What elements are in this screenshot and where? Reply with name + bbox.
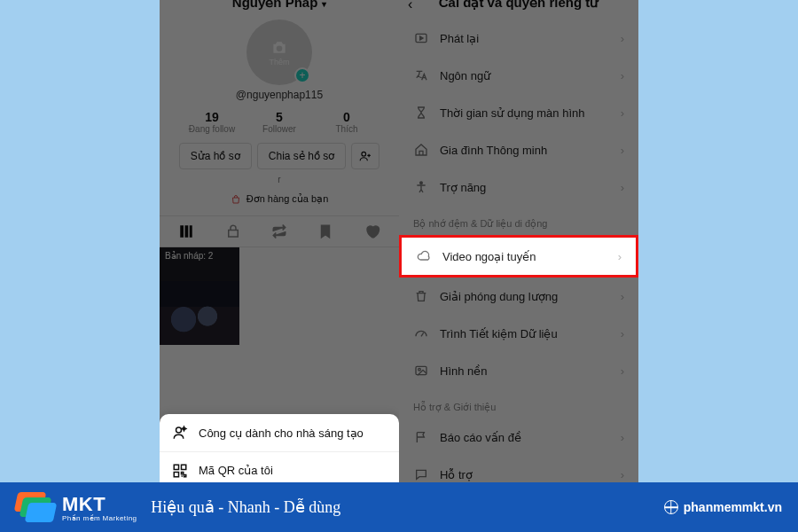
sheet-creator-tools[interactable]: Công cụ dành cho nhà sáng tạo xyxy=(160,414,399,451)
profile-actions: Sửa hồ sơ Chia sẻ hồ sơ xyxy=(160,143,399,169)
bio-text: r xyxy=(160,175,399,184)
stats-row: 19 Đang follow 5 Follower 0 Thích xyxy=(160,110,399,134)
brand-tagline: Hiệu quả - Nhanh - Dễ dùng xyxy=(151,497,340,517)
bookmark-icon xyxy=(317,223,333,239)
grid-icon xyxy=(178,223,194,239)
setting-label: Trợ năng xyxy=(440,181,486,194)
section-cache-title: Bộ nhớ đệm & Dữ liệu di động xyxy=(399,206,638,235)
chevron-right-icon: › xyxy=(621,69,624,82)
home-icon xyxy=(414,143,428,157)
brand-mark-icon xyxy=(16,492,55,522)
stat-likes[interactable]: 0 Thích xyxy=(313,110,380,134)
setting-label: Giải phóng dung lượng xyxy=(440,290,558,303)
hourglass-icon xyxy=(414,106,428,120)
phone-settings: ‹ Cài đặt và quyền riêng tư Phát lại › N… xyxy=(399,0,638,532)
brand-logo: MKT Phần mềm Marketing xyxy=(16,492,137,522)
meter-icon xyxy=(414,326,428,340)
chevron-right-icon: › xyxy=(621,32,624,45)
svg-rect-3 xyxy=(185,225,189,238)
your-orders-link[interactable]: Đơn hàng của bạn xyxy=(160,193,399,205)
tab-liked[interactable] xyxy=(356,223,388,239)
setting-accessibility[interactable]: Trợ năng › xyxy=(399,168,638,206)
trash-icon xyxy=(414,289,428,303)
sheet-qr-label: Mã QR của tôi xyxy=(199,464,273,477)
sheet-creator-label: Công cụ dành cho nhà sáng tạo xyxy=(199,426,364,440)
stat-following[interactable]: 19 Đang follow xyxy=(178,110,246,134)
play-icon xyxy=(414,31,428,45)
settings-title: Cài đặt và quyền riêng tư xyxy=(399,0,638,11)
setting-label: Phát lại xyxy=(440,32,479,45)
svg-rect-2 xyxy=(180,225,184,238)
setting-offline-videos[interactable]: Video ngoại tuyến › xyxy=(399,235,638,278)
image-icon xyxy=(414,364,428,378)
chevron-right-icon: › xyxy=(621,290,624,303)
qr-icon xyxy=(172,463,188,479)
setting-playback[interactable]: Phát lại › xyxy=(399,20,638,57)
heart-icon xyxy=(364,223,380,239)
avatar-add-icon[interactable]: + xyxy=(294,67,310,83)
tab-saved[interactable] xyxy=(309,223,341,239)
svg-rect-7 xyxy=(174,465,178,469)
setting-free-storage[interactable]: Giải phóng dung lượng › xyxy=(399,278,638,315)
profile-header: Nguyễn Pháp ▾ xyxy=(160,0,399,7)
chevron-right-icon: › xyxy=(621,468,624,481)
svg-rect-13 xyxy=(416,366,426,374)
brand-name: MKT xyxy=(62,493,106,515)
avatar-label: Thêm xyxy=(269,58,289,66)
setting-wallpaper[interactable]: Hình nền › xyxy=(399,352,638,389)
svg-rect-8 xyxy=(182,465,186,469)
chevron-right-icon: › xyxy=(621,431,624,444)
creator-icon xyxy=(172,425,188,441)
globe-icon xyxy=(664,500,678,514)
draft-thumbnail xyxy=(160,281,239,345)
svg-point-14 xyxy=(419,368,421,371)
draft-tile[interactable]: Bản nháp: 2 xyxy=(160,247,239,345)
phones-container: Nguyễn Pháp ▾ Thêm + @nguyenphap115 19 Đ… xyxy=(160,0,638,532)
draft-label: Bản nháp: 2 xyxy=(165,251,213,261)
setting-language[interactable]: Ngôn ngữ › xyxy=(399,57,638,94)
svg-point-0 xyxy=(277,45,283,51)
setting-label: Video ngoại tuyến xyxy=(442,250,536,263)
edit-profile-button[interactable]: Sửa hồ sơ xyxy=(179,143,252,169)
setting-label: Trình Tiết kiệm Dữ liệu xyxy=(440,327,558,340)
chevron-right-icon: › xyxy=(621,364,624,378)
svg-rect-4 xyxy=(190,225,192,238)
brand-site-link[interactable]: phanmemmkt.vn xyxy=(664,500,782,514)
add-friend-button[interactable] xyxy=(351,143,379,169)
brand-site-text: phanmemmkt.vn xyxy=(684,500,782,514)
setting-data-saver[interactable]: Trình Tiết kiệm Dữ liệu › xyxy=(399,315,638,352)
setting-label: Ngôn ngữ xyxy=(440,69,490,82)
repost-icon xyxy=(271,223,287,239)
handle: @nguyenphap115 xyxy=(160,89,399,101)
avatar-wrap[interactable]: Thêm + xyxy=(246,20,312,85)
tab-locked[interactable] xyxy=(217,223,249,239)
share-profile-button[interactable]: Chia sẻ hồ sơ xyxy=(257,143,346,169)
setting-label: Thời gian sử dụng màn hình xyxy=(440,106,584,120)
setting-label: Gia đình Thông minh xyxy=(440,144,547,157)
tab-grid[interactable] xyxy=(170,223,202,239)
add-friend-icon xyxy=(359,150,372,162)
setting-label: Hình nền xyxy=(440,364,488,378)
tab-reposts[interactable] xyxy=(263,223,295,239)
section-support-title: Hỗ trợ & Giới thiệu xyxy=(399,389,638,419)
brand-subtitle: Phần mềm Marketing xyxy=(62,514,137,522)
svg-rect-9 xyxy=(174,472,178,476)
setting-screentime[interactable]: Thời gian sử dụng màn hình › xyxy=(399,94,638,131)
setting-family[interactable]: Gia đình Thông minh › xyxy=(399,131,638,168)
footer-banner: MKT Phần mềm Marketing Hiệu quả - Nhanh … xyxy=(0,482,798,532)
cloud-icon xyxy=(417,249,431,263)
profile-title[interactable]: Nguyễn Pháp ▾ xyxy=(160,0,399,11)
phone-profile: Nguyễn Pháp ▾ Thêm + @nguyenphap115 19 Đ… xyxy=(160,0,399,532)
chevron-right-icon: › xyxy=(621,144,624,157)
chevron-right-icon: › xyxy=(621,106,624,120)
stat-followers[interactable]: 5 Follower xyxy=(246,110,313,134)
chevron-right-icon: › xyxy=(618,250,622,263)
setting-report[interactable]: Báo cáo vấn đề › xyxy=(399,419,638,456)
svg-point-1 xyxy=(362,152,366,156)
accessibility-icon xyxy=(414,180,428,194)
bag-icon xyxy=(231,194,241,205)
lang-icon xyxy=(414,68,428,82)
profile-tabs xyxy=(160,215,399,247)
lock-tab-icon xyxy=(225,223,241,239)
chat-icon xyxy=(414,467,428,481)
